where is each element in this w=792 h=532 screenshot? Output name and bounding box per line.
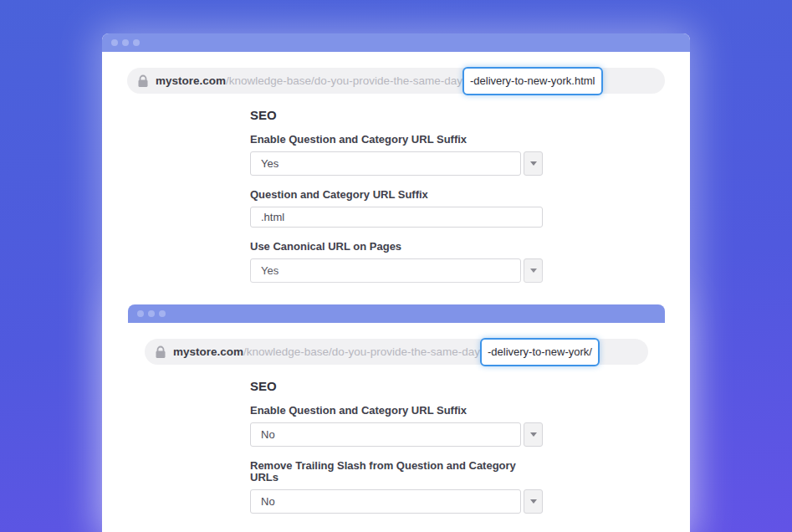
url-suffix-input[interactable] <box>250 207 543 228</box>
url-text: mystore.com/knowledge-base/do-you-provid… <box>173 338 600 366</box>
select-value: Yes <box>250 151 521 176</box>
seo-settings-form: SEO Enable Question and Category URL Suf… <box>250 378 543 514</box>
remove-trailing-slash-select[interactable]: No <box>250 489 543 514</box>
select-value: Yes <box>250 258 521 283</box>
field-label: Remove Trailing Slash from Question and … <box>250 460 543 483</box>
url-suffix-highlight[interactable]: -delivery-to-new-york/ <box>480 338 600 366</box>
window-control-dot[interactable] <box>159 310 166 317</box>
select-value: No <box>250 422 521 447</box>
lock-icon <box>138 74 148 88</box>
address-bar[interactable]: mystore.com/knowledge-base/do-you-provid… <box>127 68 665 94</box>
page-title: SEO <box>250 107 543 124</box>
lock-icon <box>156 345 166 359</box>
browser-window-trailing-slash: mystore.com/knowledge-base/do-you-provid… <box>128 304 665 532</box>
address-bar[interactable]: mystore.com/knowledge-base/do-you-provid… <box>145 339 648 365</box>
field-label: Question and Category URL Suffix <box>250 189 543 201</box>
select-dropdown-button[interactable] <box>524 151 543 176</box>
url-path: /knowledge-base/do-you-provide-the-same-… <box>226 74 462 87</box>
chevron-down-icon <box>530 161 537 166</box>
window-control-dot[interactable] <box>111 39 118 46</box>
url-suffix-highlight[interactable]: -delivery-to-new-york.html <box>462 67 603 95</box>
select-dropdown-button[interactable] <box>524 258 543 283</box>
field-label: Enable Question and Category URL Suffix <box>250 134 543 146</box>
seo-settings-form: SEO Enable Question and Category URL Suf… <box>250 107 543 283</box>
enable-url-suffix-select[interactable]: No <box>250 422 543 447</box>
chevron-down-icon <box>530 432 537 437</box>
page-title: SEO <box>250 378 543 395</box>
field-label: Enable Question and Category URL Suffix <box>250 405 543 417</box>
canonical-url-select[interactable]: Yes <box>250 258 543 283</box>
select-value: No <box>250 489 521 514</box>
window-control-dot[interactable] <box>133 39 140 46</box>
url-text: mystore.com/knowledge-base/do-you-provid… <box>156 67 603 95</box>
select-dropdown-button[interactable] <box>524 422 543 447</box>
window-control-dot[interactable] <box>137 310 144 317</box>
url-domain: mystore.com <box>173 345 243 358</box>
field-label: Use Canonical URL on Pages <box>250 241 543 253</box>
window-control-dot[interactable] <box>122 39 129 46</box>
chevron-down-icon <box>530 269 537 273</box>
select-dropdown-button[interactable] <box>524 489 543 514</box>
enable-url-suffix-select[interactable]: Yes <box>250 151 543 176</box>
url-path: /knowledge-base/do-you-provide-the-same-… <box>243 345 480 358</box>
url-domain: mystore.com <box>156 74 226 87</box>
chevron-down-icon <box>530 499 537 504</box>
window-control-dot[interactable] <box>148 310 155 317</box>
window-titlebar <box>128 304 665 323</box>
window-titlebar <box>102 33 690 52</box>
